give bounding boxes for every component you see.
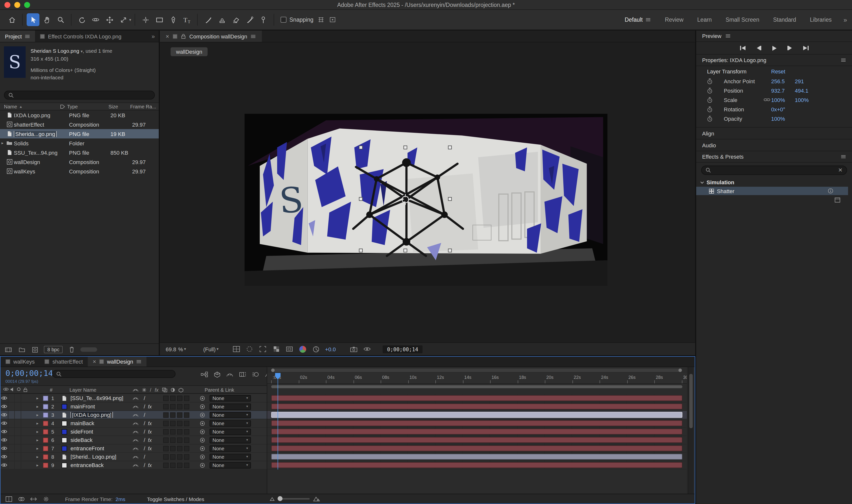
property-value[interactable]: 0x+0° bbox=[771, 106, 795, 112]
mode-cell[interactable] bbox=[177, 404, 182, 409]
project-bit-depth-button[interactable]: 8 bpc bbox=[44, 346, 63, 353]
roto-brush-tool[interactable] bbox=[243, 13, 256, 26]
mode-cell[interactable] bbox=[177, 437, 182, 443]
panel-menu-icon[interactable] bbox=[841, 58, 846, 62]
quality-switch[interactable]: / bbox=[141, 454, 148, 460]
project-item-row[interactable]: wallKeysComposition29.97 bbox=[0, 166, 159, 176]
layer-audio-cell[interactable] bbox=[8, 436, 14, 444]
eraser-tool[interactable] bbox=[229, 13, 242, 26]
panel-menu-icon[interactable] bbox=[841, 155, 846, 159]
layer-lock-cell[interactable] bbox=[21, 428, 27, 435]
tab-composition-walldesign[interactable]: × Composition wallDesign bbox=[160, 31, 262, 42]
layer-label-chip[interactable] bbox=[43, 395, 48, 401]
tab-shattereffect[interactable]: shatterEffect bbox=[40, 357, 88, 366]
project-item-row[interactable]: SSU_Tex...94.pngPNG file850 KB bbox=[0, 148, 159, 157]
column-frame-rate[interactable]: Frame Ra... bbox=[130, 104, 159, 109]
solid-color-swatch[interactable] bbox=[62, 437, 67, 443]
parent-pickwhip-icon[interactable] bbox=[200, 462, 205, 468]
layer-audio-cell[interactable] bbox=[8, 444, 14, 452]
mode-cell[interactable] bbox=[163, 462, 169, 468]
panel-menu-icon[interactable] bbox=[136, 360, 141, 364]
shy-switch-icon[interactable] bbox=[133, 463, 141, 467]
mode-cell[interactable] bbox=[170, 412, 175, 417]
mode-cell[interactable] bbox=[170, 446, 175, 451]
property-value[interactable]: 256.5 bbox=[771, 78, 795, 84]
snapshot-camera-icon[interactable] bbox=[349, 345, 358, 354]
zoom-tool[interactable] bbox=[54, 13, 67, 26]
info-icon[interactable] bbox=[828, 188, 833, 194]
quality-switch[interactable]: / bbox=[141, 403, 148, 409]
effects-presets-header[interactable]: Effects & Presets bbox=[696, 151, 852, 163]
layer-visibility-toggle[interactable] bbox=[0, 455, 8, 459]
parent-link-dropdown[interactable]: None▾ bbox=[210, 403, 251, 410]
camera-orbit-tool[interactable] bbox=[89, 13, 102, 26]
more-tabs-icon[interactable]: » bbox=[152, 33, 159, 40]
timeline-track-area[interactable]: :00s02s04s06s08s10s12s14s16s18s20s22s24s… bbox=[267, 367, 687, 494]
layer-track[interactable] bbox=[267, 419, 687, 428]
parent-link-dropdown[interactable]: None▾ bbox=[210, 437, 251, 443]
scrollbar-thumb[interactable] bbox=[689, 374, 693, 428]
workspace-default[interactable]: Default bbox=[625, 17, 651, 23]
parent-link-dropdown[interactable]: None▾ bbox=[210, 395, 251, 401]
effects-search-input[interactable]: ✕ bbox=[701, 165, 847, 175]
layer-duration-bar[interactable] bbox=[271, 403, 682, 409]
layer-label-chip[interactable] bbox=[43, 462, 48, 468]
new-panel-icon[interactable] bbox=[835, 198, 840, 202]
properties-panel-header[interactable]: Properties: IXDA Logo.png bbox=[696, 55, 852, 66]
solid-color-swatch[interactable] bbox=[62, 429, 67, 434]
stopwatch-icon[interactable] bbox=[707, 97, 715, 103]
layer-solo-cell[interactable] bbox=[14, 461, 21, 469]
expand-modes-icon[interactable] bbox=[17, 494, 25, 503]
layer-visibility-toggle[interactable] bbox=[0, 430, 8, 434]
minimize-window-button[interactable] bbox=[14, 2, 20, 8]
mode-cell[interactable] bbox=[170, 462, 175, 468]
draft-3d-icon[interactable] bbox=[212, 370, 221, 379]
panel-menu-icon[interactable] bbox=[25, 34, 30, 38]
layer-duration-bar[interactable] bbox=[271, 420, 682, 426]
composition-name-button[interactable]: wallDesign bbox=[171, 47, 208, 56]
tab-wallkeys[interactable]: wallKeys bbox=[0, 357, 40, 366]
parent-link-dropdown[interactable]: None▾ bbox=[210, 453, 251, 460]
layer-solo-cell[interactable] bbox=[14, 428, 21, 435]
layer-solo-cell[interactable] bbox=[14, 453, 21, 461]
layer-duration-bar[interactable] bbox=[271, 462, 682, 468]
layer-name-editbox[interactable]: [IXDA Logo.png] bbox=[70, 412, 113, 418]
parent-link-dropdown[interactable]: None▾ bbox=[210, 462, 251, 468]
next-frame-button[interactable] bbox=[787, 45, 793, 51]
layer-lock-cell[interactable] bbox=[21, 402, 27, 410]
column-type[interactable]: Type bbox=[67, 104, 108, 109]
label-column-icon[interactable] bbox=[58, 104, 67, 109]
brush-tool[interactable] bbox=[202, 13, 214, 26]
property-value[interactable]: 291 bbox=[795, 78, 818, 84]
mode-cell[interactable] bbox=[163, 446, 169, 451]
mode-cell[interactable] bbox=[163, 420, 169, 426]
preview-panel-header[interactable]: Preview bbox=[696, 31, 852, 42]
zoom-out-mountain-icon[interactable] bbox=[270, 497, 275, 501]
mode-cell[interactable] bbox=[184, 437, 189, 443]
snap-to-features-icon[interactable] bbox=[316, 15, 325, 24]
fx-switch[interactable]: fx bbox=[148, 437, 158, 443]
align-section-header[interactable]: Align bbox=[696, 127, 852, 139]
parent-pickwhip-icon[interactable] bbox=[200, 446, 205, 451]
work-area-bar[interactable] bbox=[271, 385, 682, 388]
layer-lock-cell[interactable] bbox=[21, 394, 27, 402]
layer-duration-bar[interactable] bbox=[271, 412, 682, 418]
camera-pan-tool[interactable] bbox=[103, 13, 116, 26]
shy-switch-icon[interactable] bbox=[133, 430, 141, 433]
shy-switch-icon[interactable] bbox=[133, 421, 141, 425]
project-item-row[interactable]: Sherida...go.pngPNG file19 KB bbox=[0, 129, 159, 139]
solid-color-swatch[interactable] bbox=[62, 446, 67, 451]
shy-switch-icon[interactable] bbox=[133, 438, 141, 442]
mode-cell[interactable] bbox=[184, 454, 189, 460]
mode-cell[interactable] bbox=[177, 454, 182, 460]
layer-label-chip[interactable] bbox=[43, 437, 48, 443]
solid-color-swatch[interactable] bbox=[62, 420, 67, 426]
parent-pickwhip-icon[interactable] bbox=[200, 429, 205, 434]
effect-item-shatter[interactable]: Shatter bbox=[696, 187, 848, 195]
property-value[interactable]: 932.7 bbox=[771, 87, 795, 93]
layer-audio-cell[interactable] bbox=[8, 419, 14, 427]
quality-switch[interactable]: / bbox=[141, 445, 148, 451]
interpret-footage-icon[interactable] bbox=[4, 345, 13, 354]
layer-duration-bar[interactable] bbox=[271, 429, 682, 434]
parent-link-dropdown[interactable]: None▾ bbox=[210, 412, 251, 418]
